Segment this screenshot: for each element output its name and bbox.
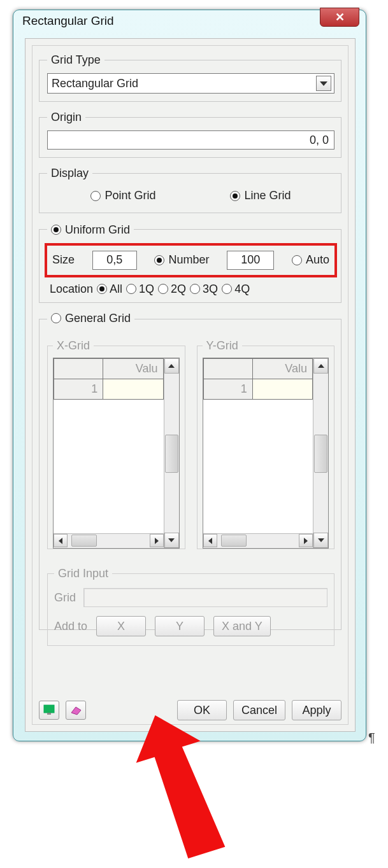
general-grid-group: General Grid X-Grid Valu: [39, 312, 341, 630]
svg-marker-2: [71, 707, 81, 715]
origin-value: 0, 0: [310, 134, 329, 147]
scroll-right-icon[interactable]: [299, 534, 313, 547]
pilcrow-mark: ¶: [368, 731, 375, 745]
size-value: 0,5: [106, 253, 122, 267]
x-grid-legend: X-Grid: [53, 339, 94, 353]
grid-type-value: Rectangular Grid: [52, 77, 138, 90]
origin-input[interactable]: 0, 0: [47, 130, 334, 150]
save-settings-button[interactable]: [39, 701, 59, 720]
scroll-left-icon[interactable]: [54, 534, 68, 547]
table-row[interactable]: 1: [54, 379, 164, 400]
dialog-title: Rectangular Grid: [22, 14, 114, 27]
apply-button[interactable]: Apply: [292, 700, 341, 720]
radio-icon: [90, 191, 101, 201]
radio-icon: [154, 255, 164, 265]
uniform-grid-legend: Uniform Grid: [47, 222, 134, 237]
scroll-up-icon[interactable]: [164, 358, 179, 374]
x-grid-box: X-Grid Valu 1: [47, 339, 185, 549]
close-button[interactable]: ✕: [320, 8, 359, 27]
number-input[interactable]: 100: [227, 251, 274, 270]
scroll-down-icon[interactable]: [164, 533, 179, 548]
radio-icon: [97, 284, 107, 294]
uniform-grid-group: Uniform Grid Size 0,5 Number 100: [39, 222, 341, 303]
location-2q-radio[interactable]: 2Q: [158, 283, 186, 296]
general-grid-legend: General Grid: [47, 312, 134, 327]
point-grid-radio[interactable]: Point Grid: [90, 189, 155, 202]
titlebar[interactable]: Rectangular Grid ✕: [13, 10, 366, 36]
table-header-row: Valu: [54, 359, 164, 379]
scroll-thumb[interactable]: [221, 535, 247, 547]
location-4q-radio[interactable]: 4Q: [222, 283, 250, 296]
value-cell[interactable]: [252, 379, 312, 400]
scroll-thumb[interactable]: [165, 435, 178, 473]
location-1q-radio[interactable]: 1Q: [126, 283, 154, 296]
ok-button[interactable]: OK: [177, 700, 227, 720]
auto-label: Auto: [306, 253, 329, 267]
number-value: 100: [241, 253, 260, 267]
y-grid-legend: Y-Grid: [203, 339, 242, 353]
value-header: Valu: [103, 359, 163, 379]
grid-input-group: Grid Input Grid Add to X Y X and Y: [47, 567, 334, 646]
location-row: Location All 1Q 2Q 3Q: [47, 283, 334, 296]
x-grid-hscroll[interactable]: [54, 533, 164, 547]
size-input[interactable]: 0,5: [92, 251, 137, 270]
value-cell[interactable]: [103, 379, 163, 400]
location-all-radio[interactable]: All: [97, 283, 122, 296]
radio-icon: [51, 313, 61, 323]
location-3q-radio[interactable]: 3Q: [190, 283, 218, 296]
dialog-inner: Grid Type Rectangular Grid Origin 0, 0 D…: [32, 45, 348, 725]
grid-input-field[interactable]: [83, 588, 327, 607]
number-label: Number: [168, 253, 209, 267]
origin-legend: Origin: [47, 111, 85, 124]
dialog-content: Grid Type Rectangular Grid Origin 0, 0 D…: [25, 38, 356, 732]
scroll-left-icon[interactable]: [203, 534, 217, 547]
display-legend: Display: [47, 167, 92, 180]
grid-type-group: Grid Type Rectangular Grid: [39, 53, 341, 102]
auto-radio[interactable]: Auto: [292, 253, 329, 267]
scroll-up-icon[interactable]: [313, 358, 328, 374]
radio-icon: [190, 284, 200, 294]
grid-type-legend: Grid Type: [47, 53, 104, 67]
uniform-grid-radio[interactable]: Uniform Grid: [51, 223, 130, 237]
eraser-icon: [69, 705, 82, 715]
general-grid-radio[interactable]: General Grid: [51, 312, 131, 325]
size-label: Size: [52, 253, 75, 267]
add-xy-button[interactable]: X and Y: [213, 616, 271, 636]
number-radio[interactable]: Number: [154, 253, 209, 267]
radio-icon: [51, 225, 61, 235]
table-row[interactable]: 1: [203, 379, 313, 400]
line-grid-radio[interactable]: Line Grid: [230, 189, 291, 202]
dropdown-arrow-icon: [316, 76, 331, 91]
point-grid-label: Point Grid: [104, 189, 155, 202]
location-label: Location: [50, 283, 93, 296]
y-grid-hscroll[interactable]: [203, 533, 313, 547]
cancel-button[interactable]: Cancel: [233, 700, 285, 720]
y-grid-table[interactable]: Valu 1: [203, 358, 329, 549]
add-x-button[interactable]: X: [96, 616, 146, 636]
add-y-button[interactable]: Y: [155, 616, 205, 636]
scroll-thumb[interactable]: [314, 435, 327, 473]
row-index: 1: [203, 379, 252, 400]
row-index: 1: [54, 379, 103, 400]
line-grid-label: Line Grid: [244, 189, 291, 202]
scroll-down-icon[interactable]: [313, 533, 328, 548]
radio-icon: [222, 284, 232, 294]
grid-type-dropdown[interactable]: Rectangular Grid: [47, 73, 334, 94]
scroll-right-icon[interactable]: [150, 534, 164, 547]
scroll-thumb[interactable]: [71, 535, 97, 547]
x-grid-table[interactable]: Valu 1: [53, 358, 180, 549]
svg-rect-1: [47, 713, 51, 715]
display-group: Display Point Grid Line Grid: [39, 167, 341, 213]
svg-rect-0: [44, 705, 54, 713]
close-icon: ✕: [335, 11, 345, 24]
x-grid-vscroll[interactable]: [164, 358, 179, 548]
monitor-icon: [43, 704, 55, 716]
radio-icon: [158, 284, 168, 294]
y-grid-vscroll[interactable]: [313, 358, 328, 548]
grid-input-legend: Grid Input: [54, 567, 112, 580]
origin-group: Origin 0, 0: [39, 111, 341, 158]
erase-button[interactable]: [66, 701, 86, 720]
y-grid-box: Y-Grid Valu 1: [197, 339, 335, 549]
radio-icon: [126, 284, 136, 294]
rectangular-grid-dialog: Rectangular Grid ✕ Grid Type Rectangular…: [13, 10, 366, 741]
